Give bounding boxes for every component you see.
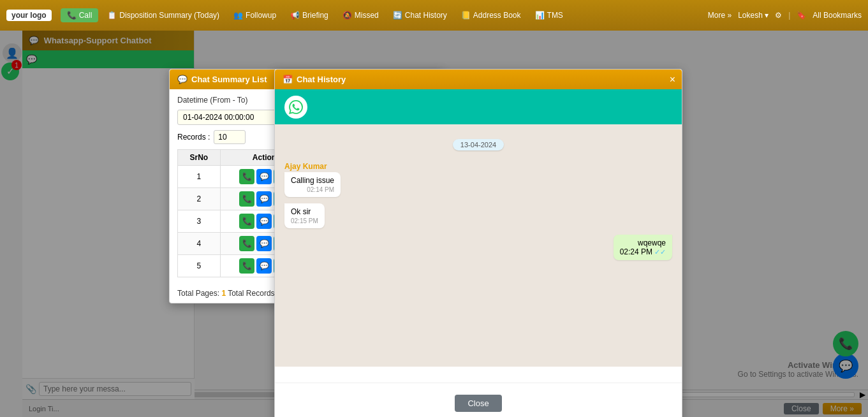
message-bubble-1: Ajay Kumar Calling issue 02:14 PM bbox=[284, 162, 341, 197]
navbar-right: More » Lokesh ▾ ⚙ | 🔖 All Bookmarks bbox=[708, 11, 862, 20]
nav-address-book[interactable]: 📒 Address Book bbox=[456, 8, 526, 22]
tms-icon: 📊 bbox=[535, 11, 545, 20]
call-action-btn[interactable]: 📞 bbox=[239, 258, 254, 274]
message-sender-1: Ajay Kumar bbox=[284, 162, 341, 171]
message-body-1: Calling issue 02:14 PM bbox=[284, 172, 341, 197]
cell-srno: 3 bbox=[178, 210, 221, 233]
close-history-button[interactable]: Close bbox=[455, 395, 501, 412]
calendar-icon: 📅 bbox=[283, 75, 293, 84]
user-menu[interactable]: Lokesh ▾ bbox=[738, 11, 769, 20]
nav-missed[interactable]: 🔕 Missed bbox=[337, 8, 384, 22]
followup-icon: 👥 bbox=[233, 11, 243, 20]
message-bubble-2: Ok sir 02:15 PM bbox=[284, 203, 325, 228]
chat-action-btn[interactable]: 💬 bbox=[256, 169, 272, 184]
chat-action-btn[interactable]: 💬 bbox=[256, 258, 272, 274]
nav-disposition[interactable]: 📋 Disposition Summary (Today) bbox=[102, 8, 224, 22]
navbar: your logo 📞 Call 📋 Disposition Summary (… bbox=[0, 0, 868, 31]
settings-icon[interactable]: ⚙ bbox=[775, 11, 782, 20]
chat-history-content: 13-04-2024 Ajay Kumar Calling issue 02:1… bbox=[275, 89, 682, 383]
cell-srno: 5 bbox=[178, 255, 221, 277]
total-pages: 1 bbox=[221, 289, 226, 298]
date-divider: 13-04-2024 bbox=[284, 139, 672, 150]
modal-history-footer: Close bbox=[275, 383, 682, 417]
cell-srno: 1 bbox=[178, 166, 221, 188]
modal-history-header: 📅 Chat History × bbox=[275, 70, 682, 89]
bookmark-label[interactable]: All Bookmarks bbox=[813, 11, 862, 20]
message-body-3: wqewqe 02:24 PM ✓✓ bbox=[614, 235, 672, 260]
message-time-3: 02:24 PM ✓✓ bbox=[620, 247, 666, 256]
date-pill: 13-04-2024 bbox=[453, 139, 504, 150]
call-action-btn[interactable]: 📞 bbox=[239, 236, 254, 251]
more-nav-label[interactable]: More » bbox=[708, 11, 732, 20]
chat-history-icon: 🔄 bbox=[393, 11, 402, 20]
chat-action-btn[interactable]: 💬 bbox=[256, 214, 272, 229]
call-action-btn[interactable]: 📞 bbox=[239, 169, 254, 184]
call-button[interactable]: 📞 Call bbox=[61, 8, 99, 22]
chat-action-btn[interactable]: 💬 bbox=[256, 191, 272, 207]
missed-icon: 🔕 bbox=[342, 11, 352, 20]
read-receipt-icon: ✓✓ bbox=[654, 248, 666, 256]
nav-chat-history[interactable]: 🔄 Chat History bbox=[388, 8, 452, 22]
briefing-icon: 📢 bbox=[290, 11, 300, 20]
modal-history-title: Chat History bbox=[297, 75, 346, 84]
address-book-icon: 📒 bbox=[461, 11, 471, 20]
cell-srno: 2 bbox=[178, 188, 221, 210]
nav-tms[interactable]: 📊 TMS bbox=[530, 8, 568, 22]
call-action-btn[interactable]: 📞 bbox=[239, 191, 254, 207]
modal-summary-title: Chat Summary List bbox=[191, 75, 267, 84]
call-btn-label: Call bbox=[79, 11, 92, 20]
app-logo: your logo bbox=[6, 10, 52, 21]
nav-followup[interactable]: 👥 Followup bbox=[228, 8, 281, 22]
whatsapp-circle-icon bbox=[284, 96, 307, 119]
cell-srno: 4 bbox=[178, 233, 221, 255]
message-bubble-3: wqewqe 02:24 PM ✓✓ bbox=[614, 235, 672, 260]
message-body-2: Ok sir 02:15 PM bbox=[284, 203, 325, 228]
disposition-icon: 📋 bbox=[107, 11, 117, 20]
records-label: Records : bbox=[177, 133, 210, 142]
message-time-2: 02:15 PM bbox=[291, 217, 318, 224]
bg-content: 👤 ✓ 1 💬 Whatsapp-Support Chatbot 💬 📎 ◀ ▶ bbox=[0, 31, 868, 417]
message-time-1: 02:14 PM bbox=[291, 186, 334, 193]
chat-whatsapp-header bbox=[275, 89, 682, 124]
modal-history-close[interactable]: × bbox=[670, 74, 675, 85]
chat-messages-area: 13-04-2024 Ajay Kumar Calling issue 02:1… bbox=[275, 124, 682, 367]
datetime-from-input[interactable] bbox=[177, 110, 279, 125]
pagination-text: Total Pages: bbox=[177, 289, 221, 298]
col-srno: SrNo bbox=[178, 150, 221, 166]
datetime-label: Datetime (From - To) bbox=[177, 96, 247, 105]
bookmark-icon: 🔖 bbox=[797, 11, 806, 20]
call-action-btn[interactable]: 📞 bbox=[239, 214, 254, 229]
phone-icon: 📞 bbox=[67, 11, 77, 20]
chat-action-btn[interactable]: 💬 bbox=[256, 236, 272, 251]
chat-summary-icon: 💬 bbox=[177, 75, 188, 84]
modal-history: 📅 Chat History × 13-04-2024 Aja bbox=[274, 69, 682, 417]
records-input[interactable] bbox=[214, 130, 246, 144]
nav-briefing[interactable]: 📢 Briefing bbox=[285, 8, 334, 22]
